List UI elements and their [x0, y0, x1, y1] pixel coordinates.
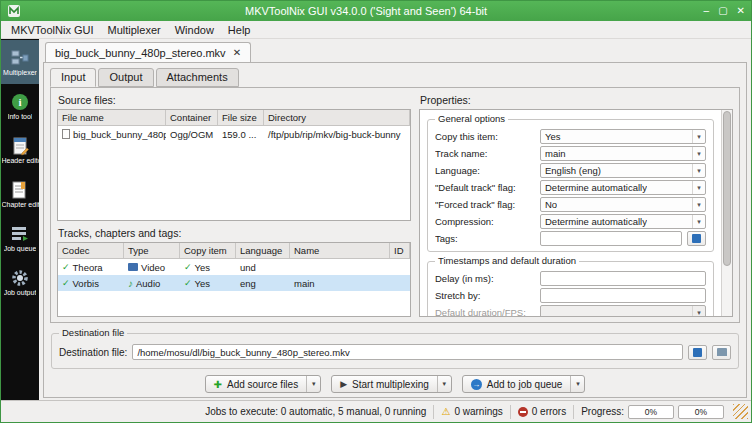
- compression-select[interactable]: Determine automatically▾: [540, 214, 706, 229]
- multiplexer-view: big_buck_bunny_480p_stereo.mkv ✕ Input O…: [39, 39, 751, 400]
- file-tab[interactable]: big_buck_bunny_480p_stereo.mkv ✕: [45, 42, 251, 62]
- minimize-button[interactable]: –: [704, 6, 710, 16]
- sidebar-item-chapter-editor[interactable]: Chapter editor: [1, 172, 39, 216]
- scrollbar-thumb[interactable]: [723, 111, 731, 266]
- sidebar-item-label: Chapter editor: [2, 201, 39, 208]
- add-source-files-button[interactable]: ✚Add source files ▾: [205, 375, 322, 393]
- stretch-by-input[interactable]: [540, 288, 706, 303]
- sidebar-item-label: Multiplexer: [3, 69, 37, 76]
- app-icon: [7, 4, 21, 18]
- tags-input[interactable]: [540, 231, 682, 246]
- source-files-table: File name Container File size Directory …: [57, 109, 411, 221]
- column-id[interactable]: ID: [390, 243, 410, 258]
- tracks-header: Codec Type Copy item Language Name ID: [58, 243, 410, 259]
- play-icon: ▶: [340, 379, 347, 389]
- column-type[interactable]: Type: [124, 243, 180, 258]
- properties-scrollbar[interactable]: [721, 110, 732, 316]
- action-buttons: ✚Add source files ▾ ▶Start multiplexing …: [50, 375, 740, 393]
- close-button[interactable]: ✕: [737, 6, 745, 16]
- chevron-down-icon: ▾: [692, 164, 705, 177]
- input-tab-pane: Source files: File name Container File s…: [50, 87, 740, 323]
- general-options-title: General options: [435, 113, 508, 124]
- language-select[interactable]: English (eng)▾: [540, 163, 706, 178]
- jobs-status: Jobs to execute: 0 automatic, 5 manual, …: [205, 406, 426, 417]
- sidebar-item-job-output[interactable]: Job output: [1, 260, 39, 304]
- copy-this-item-select[interactable]: Yes▾: [540, 129, 706, 144]
- properties-panel: General options Copy this item: Yes▾ Tra…: [419, 109, 733, 317]
- track-row-audio[interactable]: ✓Vorbis ♪Audio ✓Yes eng main: [58, 275, 410, 291]
- source-file-row[interactable]: big_buck_bunny_480p_... Ogg/OGM 159.0 ..…: [58, 126, 410, 142]
- menubar: MKVToolNix GUI Multiplexer Window Help: [1, 21, 751, 39]
- start-multiplexing-button[interactable]: ▶Start multiplexing ▾: [331, 375, 452, 393]
- browse-icon: [693, 348, 702, 357]
- menu-help[interactable]: Help: [221, 23, 258, 37]
- maximize-button[interactable]: ▢: [718, 6, 727, 16]
- destination-group: Destination file Destination file: /home…: [51, 333, 739, 369]
- destination-file-label: Destination file:: [59, 347, 127, 358]
- column-copy-item[interactable]: Copy item: [180, 243, 236, 258]
- forced-track-flag-select[interactable]: No▾: [540, 197, 706, 212]
- column-file-size[interactable]: File size: [218, 110, 264, 125]
- general-options-group: General options Copy this item: Yes▾ Tra…: [427, 119, 714, 252]
- titlebar: MKVToolNix GUI v34.0.0 ('Sight and Seen'…: [1, 1, 751, 21]
- queue-icon: →: [471, 379, 482, 390]
- timestamps-title: Timestamps and default duration: [435, 255, 579, 266]
- menu-mkvtoolnix-gui[interactable]: MKVToolNix GUI: [4, 23, 101, 37]
- destination-file-input[interactable]: /home/mosu/dl/big_buck_bunny_480p_stereo…: [132, 344, 683, 360]
- sidebar-item-multiplexer[interactable]: Multiplexer: [1, 40, 39, 84]
- sidebar-item-info-tool[interactable]: i Info tool: [1, 84, 39, 128]
- tracks-table: Codec Type Copy item Language Name ID ✓T…: [57, 242, 411, 317]
- video-icon: [128, 263, 138, 271]
- browse-tags-button[interactable]: [687, 231, 706, 246]
- chapter-editor-icon: [10, 180, 30, 200]
- folder-icon: [717, 348, 727, 356]
- file-tab-bar: big_buck_bunny_480p_stereo.mkv ✕: [43, 42, 747, 62]
- warning-icon: ⚠: [441, 406, 450, 417]
- column-directory[interactable]: Directory: [264, 110, 410, 125]
- timestamps-group: Timestamps and default duration Delay (i…: [427, 261, 714, 316]
- file-tab-label: big_buck_bunny_480p_stereo.mkv: [55, 47, 226, 59]
- audio-note-icon: ♪: [128, 278, 133, 289]
- add-to-job-queue-button[interactable]: →Add to job queue ▾: [462, 375, 586, 393]
- statusbar-separator: [510, 405, 511, 419]
- check-icon: ✓: [184, 278, 192, 288]
- track-row-video[interactable]: ✓Theora Video ✓Yes und: [58, 259, 410, 275]
- app-window: MKVToolNix GUI v34.0.0 ('Sight and Seen'…: [0, 0, 752, 423]
- tab-input[interactable]: Input: [50, 68, 96, 87]
- track-name-label: Track name:: [435, 148, 535, 159]
- column-name[interactable]: Name: [290, 243, 390, 258]
- menu-window[interactable]: Window: [168, 23, 221, 37]
- column-container[interactable]: Container: [166, 110, 218, 125]
- column-file-name[interactable]: File name: [58, 110, 166, 125]
- chevron-down-icon: ▾: [692, 147, 705, 160]
- sidebar-item-header-editor[interactable]: Header editor: [1, 128, 39, 172]
- default-duration-label: Default duration/FPS:: [435, 307, 535, 316]
- open-destination-folder-button[interactable]: [712, 345, 731, 360]
- check-icon: ✓: [62, 262, 70, 272]
- stretch-by-label: Stretch by:: [435, 290, 535, 301]
- tab-attachments[interactable]: Attachments: [156, 68, 239, 87]
- compression-label: Compression:: [435, 216, 535, 227]
- close-tab-icon[interactable]: ✕: [233, 47, 241, 58]
- errors-status: 0 errors: [518, 406, 566, 417]
- language-label: Language:: [435, 165, 535, 176]
- track-name-input[interactable]: main▾: [540, 146, 706, 161]
- chevron-down-icon: ▾: [692, 306, 705, 316]
- file-tab-pane: Input Output Attachments Source files: F…: [43, 62, 747, 398]
- browse-destination-button[interactable]: [688, 345, 707, 360]
- column-codec[interactable]: Codec: [58, 243, 124, 258]
- column-language[interactable]: Language: [236, 243, 290, 258]
- tab-output[interactable]: Output: [98, 68, 153, 87]
- sidebar-item-job-queue[interactable]: Job queue: [1, 216, 39, 260]
- delay-input[interactable]: [540, 271, 706, 286]
- plus-icon: ✚: [214, 379, 222, 390]
- chevron-down-icon[interactable]: ▾: [570, 376, 584, 392]
- chevron-down-icon: ▾: [692, 130, 705, 143]
- chevron-down-icon[interactable]: ▾: [306, 376, 320, 392]
- chevron-down-icon: ▾: [692, 215, 705, 228]
- menu-multiplexer[interactable]: Multiplexer: [101, 23, 168, 37]
- resize-grip[interactable]: [733, 404, 748, 419]
- default-track-flag-select[interactable]: Determine automatically▾: [540, 180, 706, 195]
- properties-label: Properties:: [420, 94, 733, 106]
- chevron-down-icon[interactable]: ▾: [437, 376, 451, 392]
